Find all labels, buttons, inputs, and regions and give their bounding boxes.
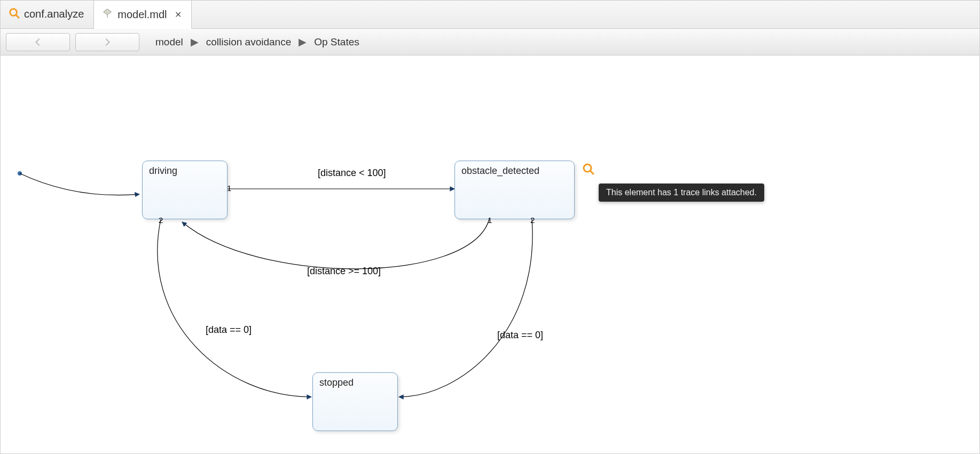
tab-conf-analyze[interactable]: conf.analyze [1,0,94,28]
edge-initial-driving [20,173,139,195]
model-icon [101,7,113,22]
chevron-right-icon: ▶ [191,36,199,48]
trace-link-icon[interactable] [582,162,594,177]
breadcrumb-item[interactable]: collision avoidance [206,36,292,48]
state-label: stopped [319,377,354,388]
breadcrumb: model ▶ collision avoidance ▶ Op States [155,36,359,48]
transition-label: [distance >= 100] [307,266,381,277]
close-icon[interactable]: ✕ [175,10,182,20]
edges-layer [1,55,979,453]
edge-obstacle-driving [182,219,489,269]
toolbar: model ▶ collision avoidance ▶ Op States [1,29,979,55]
breadcrumb-item[interactable]: Op States [314,36,359,48]
svg-line-1 [16,15,19,18]
transition-label: [data == 0] [497,330,543,341]
arrow-left-icon [32,36,44,48]
tab-label: model.mdl [117,9,167,21]
arrow-right-icon [101,36,113,48]
svg-line-3 [590,171,593,174]
diagram-canvas[interactable]: driving obstacle_detected stopped [dista… [1,55,979,453]
tab-bar: conf.analyze model.mdl ✕ [1,1,979,29]
transition-label: [distance < 100] [318,168,386,179]
state-stopped[interactable]: stopped [312,372,398,431]
edge-obstacle-stopped [399,219,532,397]
tab-model-mdl[interactable]: model.mdl ✕ [94,1,191,29]
transition-label: [data == 0] [206,324,252,336]
nav-forward-button[interactable] [75,33,139,51]
state-label: obstacle_detected [461,165,539,176]
initial-state-dot [18,171,22,176]
trace-link-tooltip: This element has 1 trace links attached. [599,184,764,202]
tab-label: conf.analyze [24,8,84,20]
edge-driving-stopped [158,219,311,397]
port-label: 1 [227,184,231,193]
state-label: driving [149,165,177,176]
chevron-right-icon: ▶ [299,36,307,48]
state-driving[interactable]: driving [142,161,228,219]
nav-back-button[interactable] [6,33,70,51]
breadcrumb-item[interactable]: model [155,36,183,48]
state-obstacle-detected[interactable]: obstacle_detected [454,161,575,219]
analyze-icon [8,7,20,21]
